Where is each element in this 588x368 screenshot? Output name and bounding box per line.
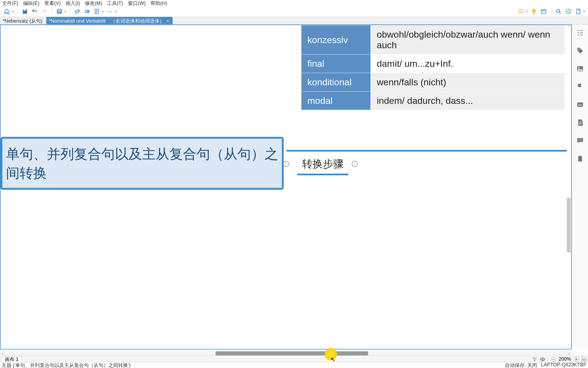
svg-text:Aa: Aa (578, 103, 582, 107)
close-icon[interactable]: × (167, 19, 169, 23)
menu-tools[interactable]: 工具(T) (107, 0, 123, 7)
note-dropdown[interactable]: ▾ (102, 10, 103, 13)
status-selection: 主题 ('单句、并列复合句以及主从复合句（从句）之间转换') (2, 362, 131, 368)
svg-rect-7 (533, 13, 535, 14)
scroll-left-icon[interactable]: ‹ (0, 351, 5, 356)
svg-point-16 (578, 67, 580, 68)
scroll-down-icon[interactable]: ˅ (566, 344, 571, 348)
print-icon[interactable] (56, 8, 63, 15)
main-topic-node[interactable]: 单句、并列复合句以及主从复合句（从句）之间转换 (1, 137, 284, 190)
canvas-tab-bar: 画布 1 − 200% + ▭ (0, 355, 588, 363)
menu-modify[interactable]: 修改(M) (85, 0, 102, 7)
export-icon[interactable] (575, 8, 582, 15)
window-icon[interactable] (540, 8, 547, 15)
scroll-up-icon[interactable]: ˄ (566, 26, 571, 30)
status-autosave[interactable]: 自动保存: 关闭 (505, 362, 537, 368)
save-icon[interactable] (21, 8, 28, 15)
status-hostname: LAPTOP-Q623KTBF (541, 362, 586, 368)
row-words: obwohl/obgleich/obzwar/auch wenn/ wenn a… (371, 25, 565, 55)
collapse-toggle[interactable]: − (283, 161, 289, 167)
row-words: indem/ dadurch, dass... (371, 92, 565, 110)
tab-nominalstil[interactable]: *Nominalstil und Verbalstil （名词语体和动词语体） … (46, 17, 173, 24)
share-icon[interactable] (565, 8, 572, 15)
tab-label: *Nominalstil und Verbalstil （名词语体和动词语体） (49, 18, 164, 24)
status-bar: 主题 ('单句、并列复合句以及主从复合句（从句）之间转换') 自动保存: 关闭 … (0, 362, 588, 368)
filter-icon[interactable] (532, 357, 537, 362)
clipboard-icon[interactable] (576, 155, 584, 162)
right-side-panel: Aa (572, 25, 588, 349)
row-words: wenn/falls (nicht) (371, 73, 565, 92)
more-dropdown[interactable]: ▾ (115, 10, 116, 13)
menu-view[interactable]: 查看(V) (44, 0, 61, 7)
presentation-icon[interactable] (517, 8, 525, 15)
print-dropdown[interactable]: ▾ (65, 10, 66, 13)
svg-point-9 (557, 9, 560, 12)
document-icon[interactable] (576, 119, 584, 126)
search-icon[interactable] (555, 8, 562, 15)
svg-rect-8 (541, 10, 546, 13)
flag-icon[interactable] (576, 83, 584, 91)
toolbar: ▾ ▾ ▾ ⋯ ▾ ▾ ▾ (0, 6, 588, 17)
vertical-scrollbar[interactable]: ˄ ˅ (566, 26, 571, 348)
more-icon[interactable]: ⋯ (106, 8, 113, 15)
undo-icon[interactable] (31, 8, 38, 15)
svg-point-24 (542, 358, 543, 360)
link-icon[interactable] (74, 8, 81, 15)
outline-icon[interactable] (576, 29, 584, 37)
zoom-in-button[interactable]: + (574, 357, 579, 362)
svg-point-20 (580, 140, 580, 140)
presentation-dropdown[interactable]: ▾ (526, 10, 528, 13)
zoom-out-button[interactable]: − (551, 357, 556, 362)
canvas-tab[interactable]: 画布 1 (2, 356, 22, 362)
cursor-icon: ↖ (330, 356, 335, 363)
export-dropdown[interactable]: ▾ (583, 10, 585, 13)
tab-nebensatz[interactable]: *Nebensatz (从句) (0, 17, 46, 24)
note-icon[interactable] (93, 8, 100, 15)
zoom-level[interactable]: 200% (559, 356, 571, 362)
canvas-workspace[interactable]: konzessivobwohl/obgleich/obzwar/auch wen… (0, 25, 572, 349)
svg-rect-23 (579, 155, 581, 157)
menu-window[interactable]: 窗口(W) (128, 0, 146, 7)
home-icon[interactable] (3, 8, 10, 15)
scroll-right-icon[interactable]: › (567, 351, 572, 356)
menu-file[interactable]: 文件(F) (2, 0, 18, 7)
table-underline (286, 150, 567, 152)
row-type: modal (301, 92, 371, 110)
image-icon[interactable] (576, 65, 584, 73)
redo-icon[interactable] (41, 8, 48, 15)
add-child-button[interactable]: + (352, 161, 358, 167)
lightbulb-icon[interactable] (530, 8, 537, 15)
svg-rect-4 (86, 11, 87, 12)
svg-point-19 (578, 140, 579, 140)
sub-topic-node[interactable]: 转换步骤 (297, 155, 348, 175)
visibility-icon[interactable] (540, 357, 545, 362)
svg-point-14 (578, 49, 579, 50)
hscroll-thumb[interactable] (216, 351, 368, 356)
menu-insert[interactable]: 插入(I) (66, 0, 80, 7)
menu-edit[interactable]: 编辑(E) (23, 0, 39, 7)
menu-bar: 文件(F) 编辑(E) 查看(V) 插入(I) 修改(M) 工具(T) 窗口(W… (0, 0, 588, 6)
style-icon[interactable]: Aa (576, 101, 584, 108)
vscroll-thumb[interactable] (567, 198, 571, 252)
hscroll-track[interactable] (6, 351, 566, 356)
home-dropdown[interactable]: ▾ (12, 10, 13, 13)
tab-label: *Nebensatz (从句) (3, 18, 42, 24)
svg-point-10 (566, 9, 571, 14)
grammar-table: konzessivobwohl/obgleich/obzwar/auch wen… (301, 25, 565, 110)
row-type: final (301, 55, 371, 73)
menu-help[interactable]: 帮助(H) (151, 0, 167, 7)
svg-point-21 (581, 140, 581, 140)
attachment-icon[interactable] (84, 8, 91, 15)
row-type: konditional (301, 73, 371, 92)
comment-icon[interactable] (576, 137, 584, 144)
svg-rect-22 (578, 156, 582, 162)
row-type: konzessiv (301, 25, 371, 55)
tag-icon[interactable] (576, 47, 584, 55)
document-tabs: *Nebensatz (从句) *Nominalstil und Verbals… (0, 17, 588, 25)
row-words: damit/ um...zu+Inf. (371, 55, 565, 73)
zoom-fit-button[interactable]: ▭ (581, 357, 586, 362)
